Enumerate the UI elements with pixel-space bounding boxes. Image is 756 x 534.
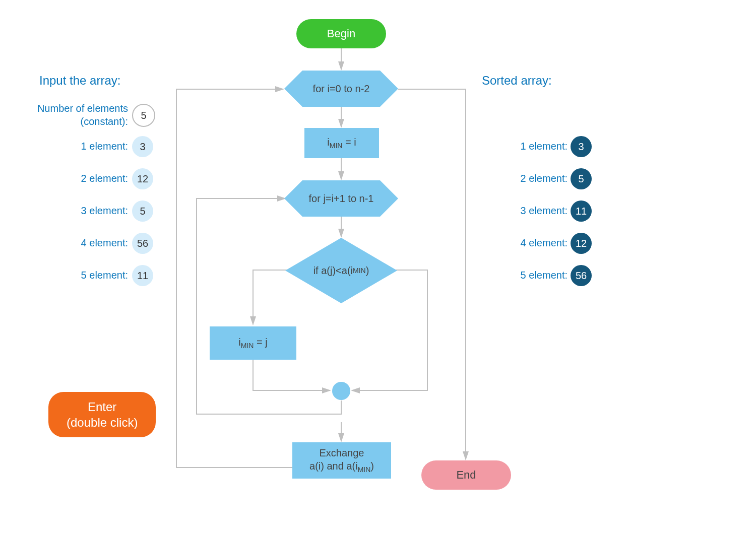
input-title: Input the array: (39, 74, 120, 88)
flow-for-i: for i=0 to n-2 (284, 71, 398, 107)
flow-if-label: if a(j)<a(iMIN) (285, 238, 397, 303)
input-el-5-label: 5 element: (55, 270, 128, 281)
sorted-el-4-value: 12 (571, 233, 592, 254)
sorted-el-5-value: 56 (571, 265, 592, 286)
sorted-el-2-label: 2 element: (497, 173, 568, 184)
flow-if: if a(j)<a(iMIN) (285, 238, 397, 303)
input-el-2-label: 2 element: (55, 173, 128, 184)
input-el-1-label: 1 element: (55, 141, 128, 152)
flow-imin-j: iMIN = j (210, 326, 296, 360)
flow-connector (332, 382, 350, 400)
sorted-el-5-label: 5 element: (497, 270, 568, 281)
sorted-el-4-label: 4 element: (497, 237, 568, 249)
input-el-1-value[interactable]: 3 (132, 136, 153, 157)
sorted-el-1-value: 3 (571, 136, 592, 157)
input-el-3-label: 3 element: (55, 205, 128, 217)
sorted-el-1-label: 1 element: (497, 141, 568, 152)
flow-for-i-label: for i=0 to n-2 (284, 71, 398, 107)
input-el-5-value[interactable]: 11 (132, 265, 153, 286)
flow-imin-i: iMIN = i (304, 128, 379, 158)
flow-imin-i-label: iMIN = i (327, 137, 356, 150)
sorted-el-3-value: 11 (571, 201, 592, 222)
enter-button[interactable]: Enter (double click) (48, 392, 156, 437)
input-el-2-value[interactable]: 12 (132, 168, 153, 189)
flow-end: End (421, 460, 511, 490)
flow-begin: Begin (296, 19, 386, 48)
sorted-el-3-label: 3 element: (497, 205, 568, 217)
flow-exchange-label: Exchangea(i) and a(iMIN) (309, 446, 374, 474)
n-elements-value[interactable]: 5 (132, 104, 155, 127)
n-elements-label: Number of elements (constant): (9, 102, 128, 128)
sorted-title: Sorted array: (482, 74, 552, 88)
input-el-4-label: 4 element: (55, 237, 128, 249)
flow-exchange: Exchangea(i) and a(iMIN) (292, 442, 391, 479)
flow-imin-j-label: iMIN = j (238, 337, 267, 350)
input-el-4-value[interactable]: 56 (132, 233, 153, 254)
flow-for-j: for j=i+1 to n-1 (284, 180, 398, 217)
sorted-el-2-value: 5 (571, 168, 592, 189)
input-el-3-value[interactable]: 5 (132, 201, 153, 222)
flow-for-j-label: for j=i+1 to n-1 (284, 180, 398, 217)
